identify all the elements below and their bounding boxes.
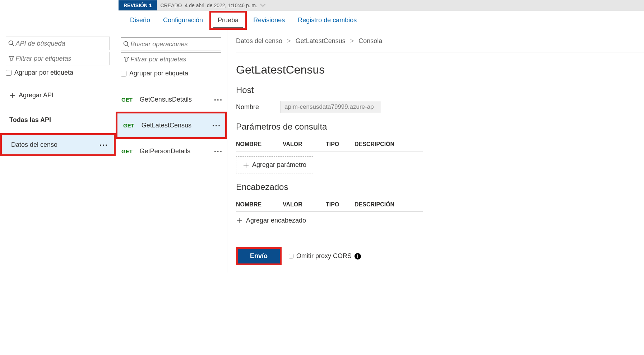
host-input xyxy=(281,101,381,113)
operation-item[interactable]: GETGetCensusDetails ... xyxy=(116,87,227,112)
main-panel: Datos del censo > GetLatestCensus > Cons… xyxy=(227,30,644,272)
ops-search-box[interactable] xyxy=(121,37,221,51)
host-heading: Host xyxy=(236,85,644,95)
plus-icon xyxy=(236,218,242,224)
svg-line-1 xyxy=(12,44,14,46)
host-row: Nombre xyxy=(236,101,644,113)
revision-created[interactable]: CREADO 4 de abril de 2022, 1:10:46 p. m. xyxy=(157,3,266,8)
tab-test[interactable]: Prueba xyxy=(209,11,247,30)
sidebar-operations: Agrupar por etiqueta GETGetCensusDetails… xyxy=(116,30,227,272)
tab-revisions[interactable]: Revisiones xyxy=(247,11,291,30)
skip-cors-label: Omitir proxy CORS xyxy=(296,252,352,260)
revision-bar: REVISIÓN 1 CREADO 4 de abril de 2022, 1:… xyxy=(119,0,644,11)
search-icon xyxy=(8,40,15,47)
send-row: Envío Omitir proxy CORS i xyxy=(236,241,644,265)
group-by-tag-label: Agrupar por etiqueta xyxy=(14,69,73,76)
col-type: TIPO xyxy=(326,141,355,148)
col-name: NOMBRE xyxy=(236,141,283,148)
host-name-label: Nombre xyxy=(236,103,259,111)
api-group-by-tag[interactable]: Agrupar por etiqueta xyxy=(6,69,110,76)
skip-cors-checkbox[interactable] xyxy=(289,254,293,258)
ellipsis-icon[interactable]: ... xyxy=(212,123,221,125)
col-desc: DESCRIPCIÓN xyxy=(355,141,423,148)
add-parameter-label: Agregar parámetro xyxy=(252,161,306,169)
operation-name: GetPersonDetails xyxy=(140,148,190,155)
skip-cors-row[interactable]: Omitir proxy CORS i xyxy=(289,252,361,260)
api-item-selected[interactable]: Datos del censo ... xyxy=(0,133,116,156)
search-icon xyxy=(123,41,130,47)
group-by-tag-checkbox[interactable] xyxy=(6,70,11,76)
breadcrumb: Datos del censo > GetLatestCensus > Cons… xyxy=(236,30,644,52)
info-icon[interactable]: i xyxy=(355,253,361,260)
breadcrumb-op[interactable]: GetLatestCensus xyxy=(296,37,346,45)
api-search-box[interactable] xyxy=(6,37,110,50)
add-parameter-button[interactable]: Agregar parámetro xyxy=(236,157,313,173)
operation-name: GetLatestCensus xyxy=(142,122,191,129)
group-by-tag-label: Agrupar por etiqueta xyxy=(129,70,188,77)
method-badge: GET xyxy=(121,97,133,103)
method-badge: GET xyxy=(121,148,133,154)
sidebar-apis: Agrupar por etiqueta Agregar API Todas l… xyxy=(0,30,116,272)
send-button[interactable]: Envío xyxy=(236,247,282,265)
tab-changelog[interactable]: Registro de cambios xyxy=(291,11,363,30)
ellipsis-icon[interactable]: ... xyxy=(214,97,223,99)
ops-group-by-tag[interactable]: Agrupar por etiqueta xyxy=(121,70,222,77)
page-title: GetLatestCensus xyxy=(236,63,644,76)
ops-filter-box[interactable] xyxy=(121,52,221,66)
col-desc: DESCRIPCIÓN xyxy=(355,201,423,208)
headers-header: NOMBRE VALOR TIPO DESCRIPCIÓN xyxy=(236,198,423,212)
col-name: NOMBRE xyxy=(236,201,283,208)
headers-heading: Encabezados xyxy=(236,182,644,192)
group-by-tag-checkbox[interactable] xyxy=(121,71,126,76)
filter-icon xyxy=(123,56,130,62)
svg-line-5 xyxy=(127,45,129,47)
breadcrumb-separator: > xyxy=(287,37,291,45)
plus-icon xyxy=(9,92,16,99)
method-badge: GET xyxy=(123,122,134,129)
svg-point-0 xyxy=(9,41,13,45)
revision-badge: REVISIÓN 1 xyxy=(119,0,157,10)
api-item-label: Datos del censo xyxy=(11,141,57,149)
col-type: TIPO xyxy=(326,201,355,208)
breadcrumb-api[interactable]: Datos del censo xyxy=(236,37,282,45)
ellipsis-icon[interactable]: ... xyxy=(99,142,108,145)
ops-filter-input[interactable] xyxy=(130,56,219,63)
ellipsis-icon[interactable]: ... xyxy=(214,149,223,151)
svg-point-4 xyxy=(124,42,128,46)
query-params-heading: Parámetros de consulta xyxy=(236,122,644,132)
operation-item[interactable]: GETGetPersonDetails ... xyxy=(116,139,227,163)
add-api-label: Agregar API xyxy=(19,92,54,99)
tab-bar: Diseño Configuración Prueba Revisiones R… xyxy=(119,11,644,30)
col-value: VALOR xyxy=(283,201,326,208)
created-date: 4 de abril de 2022, 1:10:46 p. m. xyxy=(185,3,258,8)
filter-icon xyxy=(8,55,15,62)
plus-icon xyxy=(243,162,249,168)
api-search-input[interactable] xyxy=(15,40,107,47)
add-header-button[interactable]: Agregar encabezado xyxy=(236,217,644,224)
api-filter-box[interactable] xyxy=(6,52,110,65)
api-filter-input[interactable] xyxy=(15,55,107,62)
created-prefix: CREADO xyxy=(161,3,182,8)
operation-item-selected[interactable]: GETGetLatestCensus ... xyxy=(116,112,227,139)
all-apis-heading[interactable]: Todas las API xyxy=(9,116,110,124)
breadcrumb-console: Consola xyxy=(358,37,382,45)
tab-settings[interactable]: Configuración xyxy=(157,11,209,30)
ops-search-input[interactable] xyxy=(130,41,219,48)
operations-list: GETGetCensusDetails ... GETGetLatestCens… xyxy=(121,87,222,163)
breadcrumb-separator: > xyxy=(350,37,354,45)
add-header-label: Agregar encabezado xyxy=(246,217,306,224)
tab-design[interactable]: Diseño xyxy=(124,11,157,30)
operation-name: GetCensusDetails xyxy=(140,96,192,103)
chevron-down-icon xyxy=(260,4,266,7)
col-value: VALOR xyxy=(283,141,326,148)
add-api-button[interactable]: Agregar API xyxy=(9,92,110,99)
query-params-header: NOMBRE VALOR TIPO DESCRIPCIÓN xyxy=(236,137,423,151)
